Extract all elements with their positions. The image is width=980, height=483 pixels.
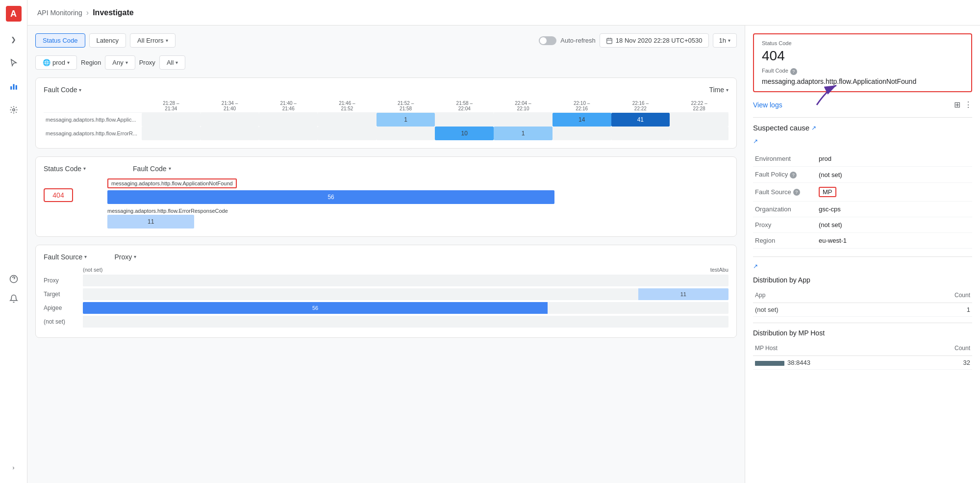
- heatmap-cell-1-2[interactable]: [259, 127, 318, 140]
- dist-mp-count-0: 32: [918, 356, 972, 370]
- heatmap-cell-0-9[interactable]: [670, 113, 729, 127]
- status-fault-card: Status Code ▾ Fault Code ▾ 404: [35, 156, 737, 237]
- detail-help-2[interactable]: ?: [793, 189, 800, 196]
- heatmap-cell-0-2[interactable]: [259, 113, 318, 127]
- fault-source-bar-not-set-2: 56: [83, 302, 548, 314]
- dist-mp-col-count: Count: [918, 343, 972, 356]
- heatmap-cell-1-1[interactable]: [201, 127, 259, 140]
- filter-prod[interactable]: 🌐 prod ▾: [35, 55, 77, 70]
- toolbar-more-icon[interactable]: ⋮: [964, 100, 972, 109]
- heatmap-cell-1-4[interactable]: [377, 127, 435, 140]
- fault-source-label-1: Target: [44, 291, 83, 298]
- dist-app-name-0: (not set): [753, 303, 880, 317]
- right-panel: Status Code 404 Fault Code ? messaging.a…: [745, 25, 980, 483]
- fault-code-col-title[interactable]: Fault Code ▾: [133, 165, 171, 173]
- fault-source-row-1: Target11: [44, 288, 729, 300]
- sidebar-icon-chevron[interactable]: ❯: [4, 29, 24, 49]
- sidebar-icon-cursor[interactable]: [4, 53, 24, 73]
- fault-code-help-icon[interactable]: ?: [790, 68, 797, 75]
- toolbar-icons: ⊞ ⋮: [954, 100, 972, 109]
- proxy-title[interactable]: Proxy ▾: [114, 253, 136, 261]
- autorefresh-switch[interactable]: [539, 36, 556, 45]
- sidebar-icon-chart[interactable]: [4, 76, 24, 96]
- toolbar-chart-icon[interactable]: ⊞: [954, 100, 960, 109]
- detail-row-4: Proxy(not set): [753, 217, 972, 232]
- detail-val-4: (not set): [817, 217, 972, 232]
- heatmap-table: 21:28 –21:34 21:34 –21:40 21:40 –21:46 2…: [44, 100, 729, 140]
- heatmap-cell-0-4[interactable]: 1: [377, 113, 435, 127]
- dist-app-count-0: 1: [880, 303, 972, 317]
- heatmap-cell-1-3[interactable]: [318, 127, 377, 140]
- sidebar-icon-alert[interactable]: [4, 289, 24, 308]
- heatmap-cell-1-7[interactable]: [553, 127, 611, 140]
- distribution-by-app: Distribution by App App Count (not set)1: [753, 276, 972, 317]
- dist-mp-col-host: MP Host: [753, 343, 918, 356]
- fault-code-title[interactable]: Fault Code ▾: [44, 86, 81, 94]
- heatmap-th-9: 22:22 –22:28: [670, 100, 729, 113]
- time-filter[interactable]: 1h ▾: [713, 33, 737, 48]
- detail-val-highlight-2: MP: [819, 187, 836, 197]
- heatmap-th-5: 21:58 –22:04: [435, 100, 494, 113]
- detail-help-1[interactable]: ?: [790, 172, 797, 178]
- section-ext-link[interactable]: ↗: [753, 138, 758, 145]
- suspected-cause-ext-link[interactable]: ↗: [811, 125, 816, 131]
- filter-status-code[interactable]: Status Code: [35, 33, 85, 48]
- dist-mp-title: Distribution by MP Host: [753, 329, 972, 337]
- svg-rect-0: [10, 86, 12, 90]
- dist-mp-row-0: 38:844332: [753, 356, 972, 370]
- detail-row-2: Fault Source?MP: [753, 182, 972, 201]
- svg-rect-2: [15, 85, 17, 90]
- heatmap-card-header: Fault Code ▾ Time ▾: [44, 86, 729, 94]
- detail-row-1: Fault Policy?(not set): [753, 167, 972, 183]
- status-code-badge: 404: [44, 188, 73, 202]
- filter-bar-row2: 🌐 prod ▾ Region Any ▾ Proxy All ▾: [35, 55, 737, 70]
- heatmap-row-label-1: messaging.adaptors.http.flow.ErrorR...: [44, 127, 142, 140]
- sidebar-icon-help[interactable]: [4, 269, 24, 289]
- heatmap-cell-1-0[interactable]: [142, 127, 201, 140]
- heatmap-cell-0-3[interactable]: [318, 113, 377, 127]
- dist-app-title: Distribution by App: [753, 276, 972, 284]
- calendar-icon: [606, 37, 613, 44]
- detail-row-3: Organizationgsc-cps: [753, 201, 972, 217]
- dist-app-col-app: App: [753, 290, 880, 303]
- fault-item-0: messaging.adaptors.http.flow.Application…: [107, 178, 729, 204]
- fault-source-title[interactable]: Fault Source ▾: [44, 253, 87, 261]
- heatmap-cell-0-0[interactable]: [142, 113, 201, 127]
- proxy-label: Proxy: [139, 59, 155, 66]
- sidebar: A ❯ ›: [0, 0, 27, 483]
- heatmap-cell-0-1[interactable]: [201, 113, 259, 127]
- divider-1: [753, 117, 972, 118]
- heatmap-col-fault: [44, 100, 142, 113]
- fault-source-header: Fault Source ▾ Proxy ▾: [44, 253, 729, 261]
- heatmap-cell-1-9[interactable]: [670, 127, 729, 140]
- view-logs-link[interactable]: View logs: [753, 101, 782, 109]
- fault-code-value: messaging.adaptors.http.flow.Application…: [762, 77, 963, 85]
- filter-all[interactable]: All ▾: [159, 55, 185, 70]
- heatmap-cell-1-5[interactable]: 10: [435, 127, 494, 140]
- dist-app-table: App Count (not set)1: [753, 290, 972, 317]
- heatmap-cell-0-5[interactable]: [435, 113, 494, 127]
- filter-latency[interactable]: Latency: [89, 33, 126, 48]
- fault-code-col: messaging.adaptors.http.flow.Application…: [107, 178, 729, 229]
- sidebar-icon-settings[interactable]: [4, 100, 24, 120]
- filter-any[interactable]: Any ▾: [105, 55, 135, 70]
- suspected-cause-section: Suspected cause ↗ ↗ EnvironmentprodFault…: [753, 124, 972, 249]
- filter-all-errors[interactable]: All Errors ▾: [130, 33, 175, 48]
- heatmap-cell-1-6[interactable]: 1: [494, 127, 553, 140]
- heatmap-th-1: 21:34 –21:40: [201, 100, 259, 113]
- status-code-col-title[interactable]: Status Code ▾: [44, 165, 86, 173]
- dist-mp-bar-0: [755, 361, 784, 366]
- date-filter[interactable]: 18 Nov 2020 22:28 UTC+0530: [600, 33, 709, 48]
- fault-bar-1: 11: [107, 215, 194, 229]
- breadcrumb-parent: API Monitoring: [37, 9, 82, 17]
- detail-table: EnvironmentprodFault Policy?(not set)Fau…: [753, 151, 972, 249]
- sidebar-expand-btn[interactable]: ›: [4, 458, 24, 477]
- time-title[interactable]: Time ▾: [709, 86, 729, 94]
- heatmap-cell-0-8[interactable]: 41: [611, 113, 670, 127]
- heatmap-cell-0-6[interactable]: [494, 113, 553, 127]
- dist-ext-link[interactable]: ↗: [753, 263, 758, 270]
- svg-rect-5: [607, 38, 612, 44]
- detail-val-2: MP: [817, 182, 972, 201]
- heatmap-cell-1-8[interactable]: [611, 127, 670, 140]
- heatmap-cell-0-7[interactable]: 14: [553, 113, 611, 127]
